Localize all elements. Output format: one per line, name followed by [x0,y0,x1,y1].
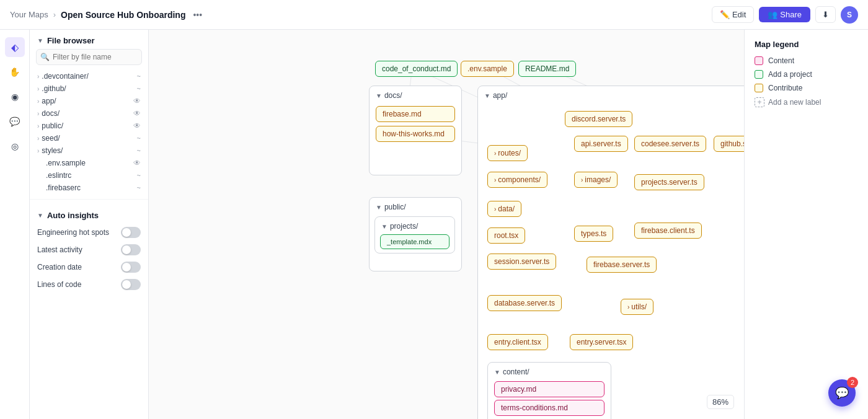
node-data[interactable]: ›data/ [487,201,521,217]
activity-toggle[interactable] [121,244,141,255]
node-discord-server[interactable]: discord.server.ts [565,111,632,127]
node-components[interactable]: ›components/ [487,172,547,188]
node-firebase-md[interactable]: firebase.md [376,106,455,122]
chat-button[interactable]: 💬 2 [828,379,856,407]
file-list: › .devcontainer/ ~ › .github/ ~ › app/ 👁… [30,70,148,194]
eye-icon: 👁 [133,159,141,167]
node-entry-server[interactable]: entry.server.tsx [570,334,633,350]
toggle-row-creation: Creation date [37,258,141,276]
node-codesee-server[interactable]: codesee.server.ts [634,136,706,152]
search-icon: 🔍 [40,53,50,61]
legend-item-content: Content [755,56,858,65]
file-browser-header[interactable]: ▼ File browser [30,30,148,49]
add-label-button[interactable]: + Add a new label [755,97,858,107]
file-browser-chevron: ▼ [37,37,43,44]
node-types-ts[interactable]: types.ts [574,226,613,242]
chevron-icon: › [37,98,39,105]
breadcrumb-link[interactable]: Your Maps [10,10,48,19]
folder-content-label: ▼ content/ [488,363,611,379]
auto-insights-section: ▼ Auto insights Engineering hot spots La… [30,205,148,299]
list-item[interactable]: › public/ 👁 [32,120,146,132]
auto-insights-header[interactable]: ▼ Auto insights [30,205,148,224]
node-database-server[interactable]: database.server.ts [487,295,562,311]
chat-badge: 2 [847,377,858,388]
search-input[interactable] [36,49,142,65]
page-title: Open Source Hub Onboarding [61,10,185,20]
list-item[interactable]: › seed/ ~ [32,132,146,144]
node-firebase-client[interactable]: firebase.client.ts [634,223,702,239]
node-images[interactable]: ›images/ [574,172,618,188]
list-item[interactable]: .env.sample 👁 [32,157,146,169]
node-how-this-works[interactable]: how-this-works.md [376,126,455,142]
edit-icon: ✏️ [720,10,730,19]
folder-public[interactable]: ▼ public/ ▼ projects/ _template.mdx [369,197,462,271]
chat-icon: 💬 [835,386,849,400]
node-root-tsx[interactable]: root.tsx [487,227,525,244]
chevron-icon: › [37,73,39,80]
node-readme[interactable]: README.md [518,61,576,77]
color-tool[interactable]: ◉ [5,87,25,107]
lines-toggle[interactable] [121,279,141,290]
chevron-icon: › [37,123,39,130]
breadcrumb-separator: › [53,10,56,19]
toggle-row-engineering: Engineering hot spots [37,224,141,241]
folder-docs[interactable]: ▼ docs/ firebase.md how-this-works.md [369,86,462,175]
auto-insights-toggles: Engineering hot spots Latest activity Cr… [30,224,148,299]
node-privacy-md[interactable]: privacy.md [494,381,604,397]
list-item[interactable]: › .devcontainer/ ~ [32,70,146,82]
list-item[interactable]: .eslintrc ~ [32,169,146,182]
list-item[interactable]: › app/ 👁 [32,95,146,107]
zoom-badge: 86% [707,395,734,409]
plus-icon: + [755,97,764,107]
file-browser-title: File browser [47,36,95,45]
node-entry-client[interactable]: entry.client.tsx [487,334,548,350]
left-panel: ▼ File browser 🔍 › .devcontainer/ ~ › .g… [30,30,149,419]
chevron-icon: › [37,86,39,92]
share-button[interactable]: 👥 Share [759,7,810,22]
legend-item-project: Add a project [755,70,858,79]
node-projects-server[interactable]: projects.server.ts [634,174,704,190]
folder-projects-label: ▼ projects/ [375,217,454,233]
engineering-toggle[interactable] [121,227,141,238]
list-item[interactable]: › styles/ ~ [32,144,146,157]
topbar: Your Maps › Open Source Hub Onboarding •… [0,0,868,30]
node-routes[interactable]: ›routes/ [487,145,528,161]
map-legend-panel: Map legend Content Add a project Contrib… [744,30,868,419]
chevron-icon: › [37,148,39,154]
comment-tool[interactable]: 💬 [5,112,25,131]
canvas[interactable]: code_of_conduct.md .env.sample README.md… [149,30,744,419]
hand-tool[interactable]: ✋ [5,62,25,82]
target-tool[interactable]: ◎ [5,136,25,156]
list-item[interactable]: › docs/ 👁 [32,107,146,120]
eye-icon: 👁 [133,121,141,130]
folder-content[interactable]: ▼ content/ privacy.md terms-conditions.m… [487,362,611,419]
folder-app[interactable]: ▼ app/ discord.server.ts ›routes/ api.se… [477,86,744,419]
download-icon: ⬇ [822,10,829,19]
node-utils[interactable]: ›utils/ [621,299,653,315]
legend-item-contribute: Contribute [755,84,858,92]
download-button[interactable]: ⬇ [815,6,836,23]
folder-app-label: ▼ app/ [478,86,744,102]
list-item[interactable]: › .github/ ~ [32,82,146,95]
node-api-server[interactable]: api.server.ts [574,136,628,152]
node-session-server[interactable]: session.server.ts [487,254,556,270]
node-env-sample[interactable]: .env.sample [461,61,514,77]
avatar: S [841,6,858,24]
folder-projects[interactable]: ▼ projects/ _template.mdx [374,216,455,254]
creation-toggle[interactable] [121,262,141,273]
eye-icon: 👁 [133,109,141,118]
legend-dot-contribute [755,84,763,92]
toggle-row-lines: Lines of code [37,276,141,293]
auto-insights-chevron: ▼ [37,212,43,219]
file-browser-section: ▼ File browser 🔍 › .devcontainer/ ~ › .g… [30,30,148,194]
edit-button[interactable]: ✏️ Edit [712,6,754,23]
node-code-of-conduct[interactable]: code_of_conduct.md [375,61,458,77]
cursor-tool[interactable]: ⬖ [5,37,25,57]
list-item[interactable]: .firebaserc ~ [32,182,146,194]
legend-title: Map legend [755,40,858,49]
node-firebase-server[interactable]: firebase.server.ts [587,257,657,273]
node-github-server[interactable]: github.server.ts [714,136,744,152]
more-button[interactable]: ••• [193,10,202,20]
node-terms-conditions[interactable]: terms-conditions.md [494,400,604,416]
node-template-mdx[interactable]: _template.mdx [380,234,450,249]
